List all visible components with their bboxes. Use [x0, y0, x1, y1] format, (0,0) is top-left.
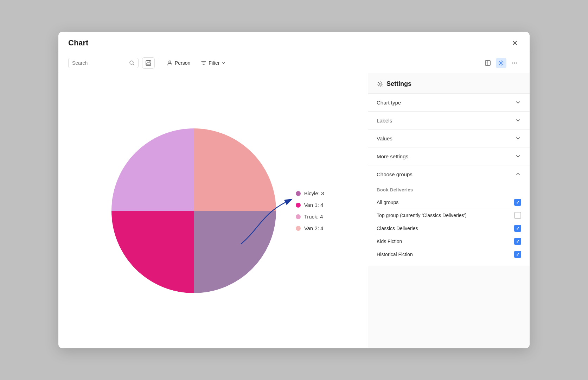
modal-title: Chart [68, 38, 88, 48]
classics-deliveries-checkbox[interactable]: ✓ [514, 225, 521, 232]
svg-point-9 [516, 63, 517, 64]
settings-button[interactable] [496, 58, 506, 68]
accordion-labels: Labels [368, 111, 530, 129]
svg-point-11 [379, 83, 381, 85]
group-item-label: All groups [377, 200, 398, 205]
settings-gear-icon [377, 81, 384, 88]
svg-rect-3 [147, 63, 150, 65]
accordion-labels-label: Labels [377, 118, 392, 124]
person-icon [167, 60, 173, 66]
chevron-down-icon [515, 117, 521, 124]
chart-modal: Chart [58, 32, 530, 348]
accordion-values: Values [368, 129, 530, 147]
svg-point-7 [512, 63, 513, 64]
accordion-labels-header[interactable]: Labels [368, 112, 530, 129]
chevron-down-icon [515, 153, 521, 159]
pie-segment-3 [111, 211, 194, 293]
filter-button[interactable]: Filter [197, 58, 229, 68]
accordion-choose-groups: Choose groups Book Deliveries All groups… [368, 165, 530, 266]
close-button[interactable] [510, 38, 520, 48]
filter-chevron-icon [222, 61, 226, 65]
group-item-classics-deliveries: Classics Deliveries ✓ [377, 222, 521, 235]
pie-segment-4 [111, 128, 194, 211]
legend-item: Van 1: 4 [296, 202, 324, 208]
group-item-label: Kids Fiction [377, 239, 402, 244]
settings-panel: Settings Chart type Labels [368, 73, 530, 348]
legend-dot-truck [296, 214, 301, 219]
group-item-label: Historical Fiction [377, 252, 413, 257]
legend-item: Van 2: 4 [296, 225, 324, 231]
pie-container: Bicyle: 3 Van 1: 4 Truck: 4 Van 2: 4 [102, 119, 324, 302]
svg-point-8 [514, 63, 515, 64]
accordion-more-settings: More settings [368, 147, 530, 165]
checkmark-icon: ✓ [516, 200, 520, 205]
legend-label-van2: Van 2: 4 [304, 225, 324, 231]
group-item-label: Top group (currently 'Classics Deliverie… [377, 213, 467, 218]
chevron-up-icon [515, 171, 521, 177]
pie-chart [102, 119, 285, 302]
chevron-down-icon [515, 99, 521, 106]
top-group-checkbox[interactable] [514, 212, 521, 219]
group-item-kids-fiction: Kids Fiction ✓ [377, 235, 521, 248]
group-section-label: Book Deliveries [377, 187, 521, 192]
more-icon [511, 60, 518, 66]
legend-dot-van1 [296, 203, 301, 208]
accordion-more-settings-label: More settings [377, 153, 408, 159]
checkmark-icon: ✓ [516, 239, 520, 244]
search-icon [129, 60, 135, 66]
more-button[interactable] [509, 58, 520, 68]
pie-segment-2 [194, 211, 276, 293]
legend-label-bicycle: Bicyle: 3 [304, 190, 324, 196]
accordion-choose-groups-label: Choose groups [377, 171, 413, 177]
group-item-label: Classics Deliveries [377, 226, 418, 231]
all-groups-checkbox[interactable]: ✓ [514, 199, 521, 206]
filter-label: Filter [209, 60, 219, 66]
legend-label-van1: Van 1: 4 [304, 202, 324, 208]
person-button[interactable]: Person [164, 58, 194, 68]
checkmark-icon: ✓ [516, 252, 520, 257]
chart-area: Bicyle: 3 Van 1: 4 Truck: 4 Van 2: 4 [58, 73, 368, 348]
search-box [68, 58, 139, 68]
legend-item: Bicyle: 3 [296, 190, 324, 196]
legend-dot-van2 [296, 226, 301, 231]
legend-item: Truck: 4 [296, 214, 324, 220]
checkmark-icon: ✓ [516, 226, 520, 231]
group-item-top-group: Top group (currently 'Classics Deliverie… [377, 209, 521, 222]
kids-fiction-checkbox[interactable]: ✓ [514, 238, 521, 245]
group-item-all-groups: All groups ✓ [377, 196, 521, 209]
accordion-more-settings-header[interactable]: More settings [368, 147, 530, 165]
historical-fiction-checkbox[interactable]: ✓ [514, 251, 521, 258]
accordion-values-label: Values [377, 135, 392, 141]
toolbar-right [482, 58, 520, 68]
settings-header: Settings [368, 73, 530, 93]
filter-icon [201, 60, 206, 66]
search-input[interactable] [72, 60, 127, 66]
svg-point-6 [500, 62, 502, 64]
settings-title: Settings [386, 80, 411, 88]
toolbar-divider [159, 58, 159, 68]
choose-groups-body: Book Deliveries All groups ✓ Top group (… [368, 183, 530, 266]
settings-icon [498, 60, 504, 66]
legend-label-truck: Truck: 4 [304, 214, 323, 220]
person-label: Person [175, 60, 190, 66]
accordion-chart-type: Chart type [368, 93, 530, 111]
pie-segment-1 [194, 128, 276, 211]
accordion-choose-groups-header[interactable]: Choose groups [368, 165, 530, 183]
modal-body: Bicyle: 3 Van 1: 4 Truck: 4 Van 2: 4 [58, 73, 530, 348]
group-item-historical-fiction: Historical Fiction ✓ [377, 248, 521, 261]
legend-dot-bicycle [296, 191, 301, 196]
legend: Bicyle: 3 Van 1: 4 Truck: 4 Van 2: 4 [296, 190, 324, 231]
layout-button[interactable] [482, 58, 493, 68]
save-button[interactable] [142, 57, 155, 69]
accordion-chart-type-label: Chart type [377, 100, 401, 106]
svg-point-4 [169, 61, 171, 63]
chevron-down-icon [515, 135, 521, 141]
toolbar: Person Filter [58, 53, 530, 73]
accordion-chart-type-header[interactable]: Chart type [368, 94, 530, 111]
accordion-values-header[interactable]: Values [368, 129, 530, 147]
layout-icon [485, 60, 491, 66]
close-icon [511, 39, 518, 46]
save-icon [145, 60, 152, 66]
modal-header: Chart [58, 32, 530, 53]
